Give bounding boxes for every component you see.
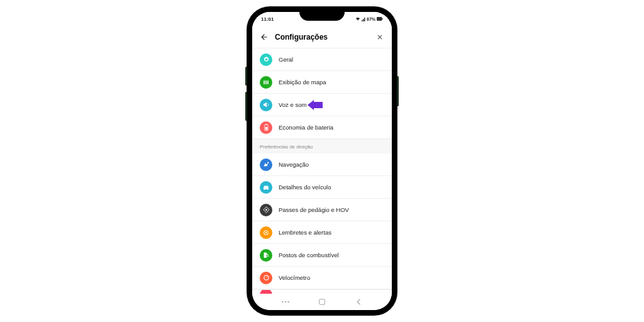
battery-icon (260, 121, 272, 134)
settings-item-voice-sound[interactable]: Voz e som (252, 94, 392, 116)
settings-content[interactable]: Geral Exibição de mapa Voz e som (252, 48, 392, 294)
svg-rect-18 (285, 301, 287, 303)
page-title: Configurações (275, 33, 374, 42)
settings-item-vehicle[interactable]: Detalhes do veículo (252, 176, 392, 199)
svg-rect-17 (282, 301, 284, 303)
map-icon (260, 76, 272, 89)
settings-item-speed[interactable]: Velocímetro (252, 267, 392, 289)
power-button (397, 76, 399, 106)
close-button[interactable] (374, 31, 386, 43)
alert-icon (260, 226, 272, 239)
svg-rect-19 (287, 301, 289, 303)
speed-icon (260, 272, 272, 284)
list-label: Lembretes e alertas (279, 229, 331, 236)
screen: 11:01 87% Configurações Geral (252, 12, 392, 310)
back-button[interactable] (258, 31, 270, 43)
svg-rect-2 (264, 80, 265, 84)
settings-item-toll[interactable]: Passes de pedágio e HOV (252, 199, 392, 221)
notch (299, 12, 345, 21)
battery-pct: 87% (367, 17, 375, 21)
svg-point-11 (265, 209, 267, 211)
wifi-icon (355, 16, 360, 21)
svg-rect-20 (319, 299, 325, 305)
svg-point-9 (264, 189, 265, 190)
settings-item-cutoff[interactable] (252, 289, 392, 294)
svg-point-13 (265, 231, 267, 233)
list-label: Exibição de mapa (279, 79, 326, 86)
svg-rect-1 (382, 18, 382, 20)
signal-icon (362, 16, 365, 21)
list-label: Velocímetro (279, 274, 310, 281)
svg-rect-14 (264, 253, 267, 258)
list-label: Detalhes do veículo (279, 184, 331, 191)
settings-item-general[interactable]: Geral (252, 48, 392, 71)
recents-button[interactable] (281, 297, 290, 306)
app-header: Configurações (252, 26, 392, 48)
home-button[interactable] (318, 297, 326, 306)
toll-icon (260, 204, 272, 216)
volume-down-button (245, 92, 247, 121)
list-label: Economia de bateria (279, 124, 333, 131)
list-label: Voz e som (279, 101, 306, 108)
cutoff-icon (260, 289, 272, 294)
highlight-arrow-icon (308, 100, 324, 110)
status-time: 11:01 (261, 16, 274, 22)
status-icons: 87% (355, 16, 383, 21)
car-icon (260, 181, 272, 194)
list-label: Passes de pedágio e HOV (279, 206, 349, 213)
svg-rect-4 (267, 80, 269, 84)
battery-icon (377, 17, 383, 21)
close-icon (376, 33, 384, 41)
svg-rect-3 (265, 80, 267, 84)
svg-point-10 (267, 189, 269, 190)
gear-icon (260, 53, 272, 66)
list-label: Navegação (279, 161, 309, 168)
nav-icon (260, 158, 272, 171)
back-nav-button[interactable] (354, 297, 363, 306)
fuel-icon (260, 249, 272, 262)
settings-item-alerts[interactable]: Lembretes e alertas (252, 221, 392, 244)
volume-up-button (245, 67, 247, 86)
svg-point-15 (267, 256, 269, 257)
arrow-left-icon (260, 33, 269, 42)
svg-rect-0 (377, 17, 382, 21)
svg-point-8 (267, 162, 269, 164)
settings-item-battery[interactable]: Economia de bateria (252, 116, 392, 139)
phone-frame: 11:01 87% Configurações Geral (247, 7, 397, 315)
android-nav-bar (252, 294, 392, 310)
settings-item-navigation[interactable]: Navegação (252, 153, 392, 176)
list-label: Geral (279, 56, 293, 63)
settings-item-fuel[interactable]: Postos de combustível (252, 244, 392, 267)
list-label: Postos de combustível (279, 252, 339, 258)
section-header-driving: Preferências de direção (252, 139, 392, 153)
sound-icon (260, 99, 272, 111)
svg-rect-7 (265, 127, 267, 130)
settings-item-map-display[interactable]: Exibição de mapa (252, 71, 392, 94)
